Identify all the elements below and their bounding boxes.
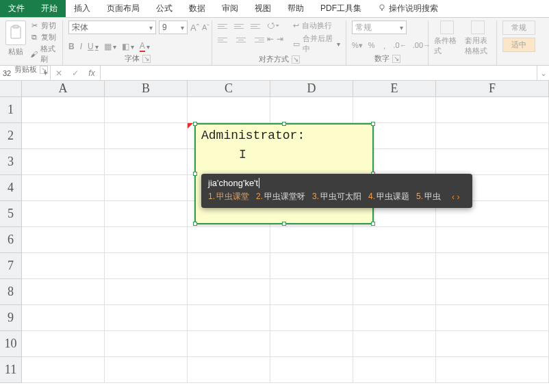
cell[interactable] — [105, 201, 188, 227]
ime-candidate[interactable]: 4.甲虫课题 — [368, 191, 409, 202]
cell[interactable] — [105, 253, 188, 279]
wrap-text-button[interactable]: ↩自动换行 — [293, 21, 340, 31]
tab-insert[interactable]: 插入 — [66, 0, 99, 17]
tab-file[interactable]: 文件 — [0, 0, 33, 17]
font-color-button[interactable]: A▾ — [140, 41, 150, 52]
tab-layout[interactable]: 页面布局 — [99, 0, 148, 17]
ime-candidate[interactable]: 5.甲虫 — [416, 191, 441, 202]
row-header-10[interactable]: 10 — [0, 331, 22, 357]
align-top-button[interactable] — [218, 21, 231, 31]
row-header-8[interactable]: 8 — [0, 279, 22, 305]
inc-decimal-button[interactable]: .0← — [394, 41, 407, 51]
cell[interactable] — [188, 279, 270, 305]
ime-candidate[interactable]: 3.甲虫可太阳 — [312, 191, 361, 202]
align-middle-button[interactable] — [234, 21, 248, 31]
col-header-B[interactable]: B — [105, 81, 188, 97]
row-header-6[interactable]: 6 — [0, 227, 22, 253]
cell[interactable] — [188, 305, 270, 331]
cell[interactable] — [353, 227, 436, 253]
col-header-D[interactable]: D — [270, 81, 353, 97]
name-box[interactable]: 32▾ — [0, 66, 51, 80]
cell[interactable] — [22, 149, 105, 175]
cell[interactable] — [22, 97, 105, 123]
cell[interactable] — [270, 279, 353, 305]
row-header-1[interactable]: 1 — [0, 97, 22, 123]
cell[interactable] — [22, 253, 105, 279]
cell[interactable] — [270, 305, 353, 331]
cell[interactable] — [436, 305, 549, 331]
tab-start[interactable]: 开始 — [33, 0, 66, 17]
number-format-combo[interactable]: 常规▾ — [352, 21, 407, 34]
col-header-E[interactable]: E — [353, 81, 436, 97]
fx-enter-button[interactable]: ✓ — [67, 68, 84, 78]
currency-button[interactable]: %▾ — [352, 41, 363, 51]
cell[interactable] — [188, 357, 270, 383]
cell[interactable] — [22, 201, 105, 227]
tell-me-search[interactable]: 操作说明搜索 — [370, 0, 446, 17]
tab-view[interactable]: 视图 — [246, 0, 279, 17]
font-name-combo[interactable]: 宋体▾ — [68, 21, 156, 34]
bold-button[interactable]: B — [68, 42, 75, 51]
tab-formulas[interactable]: 公式 — [148, 0, 181, 17]
cut-button[interactable]: ✂剪切 — [30, 21, 57, 31]
row-header-5[interactable]: 5 — [0, 201, 22, 227]
cell[interactable] — [270, 97, 353, 123]
cell[interactable] — [22, 175, 105, 201]
comma-button[interactable]: ， — [381, 41, 388, 51]
grow-font-button[interactable]: Aˆ — [190, 23, 199, 33]
conditional-format-button[interactable]: 条件格式 — [434, 21, 461, 56]
col-header-A[interactable]: A — [22, 81, 105, 97]
cell[interactable] — [353, 357, 436, 383]
cell-style-general[interactable]: 常规 — [502, 21, 535, 35]
formula-input[interactable] — [101, 66, 537, 80]
row-header-7[interactable]: 7 — [0, 253, 22, 279]
cell[interactable] — [270, 331, 353, 357]
cell[interactable] — [22, 123, 105, 149]
cell[interactable] — [436, 149, 549, 175]
copy-button[interactable]: ⧉复制 — [30, 32, 57, 42]
cell[interactable] — [270, 253, 353, 279]
cell[interactable] — [22, 227, 105, 253]
cell[interactable] — [22, 279, 105, 305]
cell[interactable] — [436, 357, 549, 383]
cell[interactable] — [22, 357, 105, 383]
cell[interactable] — [105, 331, 188, 357]
cell[interactable] — [188, 253, 270, 279]
cell[interactable] — [353, 253, 436, 279]
worksheet[interactable]: ABCDEF 1234567891011 Administrator: I ji… — [0, 81, 549, 392]
cell[interactable] — [105, 279, 188, 305]
ime-nav-arrows[interactable]: ‹ › — [452, 192, 459, 202]
paste-button[interactable]: 粘贴 — [5, 21, 26, 57]
ime-candidate-popup[interactable]: jia'chong'ke't 1.甲虫课堂2.甲虫课堂呀3.甲虫可太阳4.甲虫课… — [201, 174, 472, 208]
orientation-button[interactable]: ⭯▾ — [267, 21, 279, 31]
col-header-F[interactable]: F — [436, 81, 549, 97]
cell[interactable] — [188, 97, 270, 123]
align-right-button[interactable] — [251, 34, 264, 45]
cell[interactable] — [436, 331, 549, 357]
align-left-button[interactable] — [218, 34, 231, 45]
tab-help[interactable]: 帮助 — [279, 0, 312, 17]
cell[interactable] — [353, 279, 436, 305]
ime-candidate[interactable]: 1.甲虫课堂 — [208, 191, 249, 202]
number-launcher[interactable]: ↘ — [392, 55, 400, 63]
row-header-4[interactable]: 4 — [0, 175, 22, 201]
row-header-9[interactable]: 9 — [0, 305, 22, 331]
italic-button[interactable]: I — [80, 42, 82, 51]
cell[interactable] — [22, 331, 105, 357]
font-size-combo[interactable]: 9▾ — [159, 21, 188, 34]
cell[interactable] — [105, 175, 188, 201]
underline-button[interactable]: U▾ — [88, 42, 99, 51]
indent-dec-button[interactable]: ⇤ — [267, 34, 274, 45]
cell[interactable] — [353, 97, 436, 123]
merge-center-button[interactable]: ▭合并后居中▾ — [293, 34, 340, 54]
cell[interactable] — [270, 227, 353, 253]
indent-inc-button[interactable]: ⇥ — [277, 34, 283, 45]
tab-data[interactable]: 数据 — [181, 0, 214, 17]
row-header-2[interactable]: 2 — [0, 123, 22, 149]
cell[interactable] — [436, 227, 549, 253]
alignment-launcher[interactable]: ↘ — [292, 55, 300, 64]
tab-review[interactable]: 审阅 — [214, 0, 246, 17]
cell[interactable] — [105, 357, 188, 383]
border-button[interactable]: ▦▾ — [104, 42, 116, 51]
shrink-font-button[interactable]: Aˇ — [202, 23, 209, 31]
